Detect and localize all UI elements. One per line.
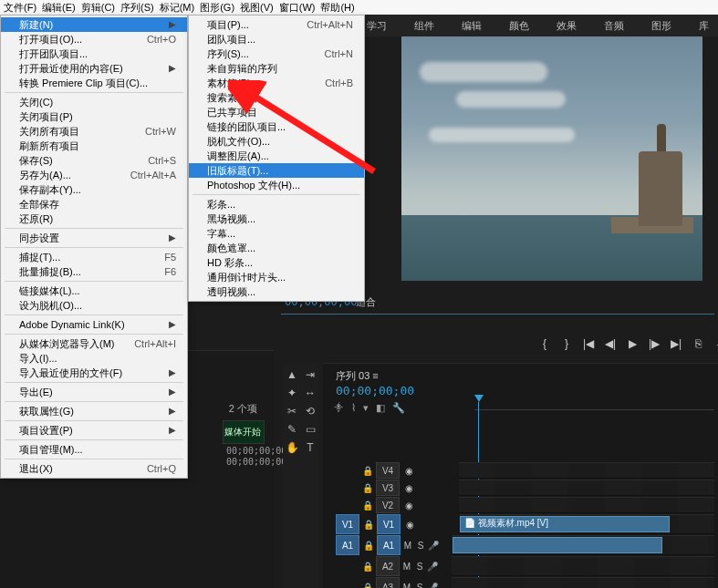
new-menu-item[interactable]: 链接的团队项目... <box>189 119 364 134</box>
new-menu-item[interactable]: 调整图层(A)... <box>189 149 364 163</box>
new-menu-item[interactable]: 来自剪辑的序列 <box>189 61 364 76</box>
track-lane[interactable] <box>459 462 714 479</box>
menu-view[interactable]: 视图(V) <box>240 1 274 14</box>
file-menu-item[interactable]: 获取属性(G)▶ <box>1 404 187 418</box>
file-menu-item[interactable]: 批量捕捉(B)...F6 <box>1 264 187 279</box>
menu-mark[interactable]: 标记(M) <box>160 1 195 14</box>
mute-button[interactable]: M <box>401 577 413 588</box>
file-menu-item[interactable]: 项目设置(P)▶ <box>1 423 187 438</box>
source-patch[interactable]: A1 <box>336 535 359 555</box>
file-menu-item[interactable]: 打开团队项目... <box>1 46 187 61</box>
solo-button[interactable]: S <box>413 556 426 576</box>
file-menu-dropdown[interactable]: 新建(N)▶打开项目(O)...Ctrl+O打开团队项目...打开最近使用的内容… <box>0 15 188 479</box>
file-menu-item[interactable]: 另存为(A)...Ctrl+Alt+A <box>1 168 187 182</box>
lock-icon[interactable]: 🔒 <box>360 514 377 534</box>
new-menu-item[interactable]: 通用倒计时片头... <box>189 270 364 284</box>
file-menu-item[interactable]: 转换 Premiere Clip 项目(C)... <box>1 76 187 90</box>
ws-graphics[interactable]: 图形 <box>651 19 671 33</box>
wrench-icon[interactable]: 🔧 <box>392 402 405 414</box>
new-menu-item[interactable]: 项目(P)...Ctrl+Alt+N <box>189 17 364 32</box>
step-back-icon[interactable]: ◀| <box>604 337 617 353</box>
export-frame-icon[interactable]: ⎘ <box>692 337 704 353</box>
selection-tool-icon[interactable]: ▲ <box>286 368 298 381</box>
file-menu-item[interactable]: 打开项目(O)...Ctrl+O <box>1 32 187 46</box>
mic-icon[interactable]: 🎤 <box>427 535 440 555</box>
file-menu-item[interactable]: 项目管理(M)... <box>1 442 187 457</box>
ws-learn[interactable]: 学习 <box>367 19 387 33</box>
track-target[interactable]: V3 <box>376 480 400 496</box>
file-menu-item[interactable]: 导入(I)... <box>1 351 187 366</box>
file-menu-item[interactable]: 捕捉(T)...F5 <box>1 250 187 264</box>
pen-tool-icon[interactable]: ✎ <box>286 423 298 436</box>
new-menu-item[interactable]: 透明视频... <box>189 284 364 299</box>
file-menu-item[interactable]: 从媒体浏览器导入(M)Ctrl+Alt+I <box>1 336 187 351</box>
eye-icon[interactable]: ◉ <box>401 462 417 479</box>
new-menu-item[interactable]: HD 彩条... <box>189 255 364 270</box>
marker-icon[interactable]: ▾ <box>363 402 369 414</box>
new-menu-item[interactable]: 彩条... <box>189 197 364 211</box>
file-menu-item[interactable]: 导入最近使用的文件(F)▶ <box>1 366 187 380</box>
slip-tool-icon[interactable]: ⟲ <box>304 405 317 418</box>
ws-color[interactable]: 颜色 <box>509 19 529 33</box>
track-select-tool-icon[interactable]: ⇥ <box>304 368 317 381</box>
file-menu-item[interactable]: Adobe Dynamic Link(K)▶ <box>1 317 187 332</box>
new-menu-item[interactable]: 旧版标题(T)... <box>189 163 364 178</box>
go-start-icon[interactable]: |◀ <box>582 337 595 353</box>
menu-clip[interactable]: 剪辑(C) <box>81 1 115 14</box>
menu-edit[interactable]: 编辑(E) <box>42 1 76 14</box>
ws-effects[interactable]: 效果 <box>557 19 577 33</box>
file-menu-item[interactable]: 全部保存 <box>1 197 187 211</box>
settings-icon[interactable]: ◧ <box>376 402 385 414</box>
hand-tool-icon[interactable]: ✋ <box>286 441 298 454</box>
track-target[interactable]: A2 <box>376 556 400 576</box>
playhead[interactable] <box>474 395 484 402</box>
track-lane[interactable] <box>452 556 714 576</box>
track-lane[interactable] <box>459 497 714 513</box>
mic-icon[interactable]: 🎤 <box>426 556 439 576</box>
file-menu-item[interactable]: 还原(R) <box>1 211 187 226</box>
program-ruler[interactable] <box>281 310 714 319</box>
new-menu-item[interactable]: 已共享项目 <box>189 105 364 119</box>
menu-graph[interactable]: 图形(G) <box>200 1 234 14</box>
new-menu-item[interactable]: 序列(S)...Ctrl+N <box>189 46 364 61</box>
ws-library[interactable]: 库 <box>699 19 709 33</box>
file-menu-item[interactable]: 关闭(C) <box>1 95 187 109</box>
clip[interactable] <box>453 537 662 553</box>
track-target[interactable]: A3 <box>376 577 400 588</box>
plus-icon[interactable]: ＋ <box>713 337 718 353</box>
lock-icon[interactable]: 🔒 <box>359 577 376 588</box>
mark-out-icon[interactable]: } <box>560 337 573 353</box>
step-fwd-icon[interactable]: |▶ <box>648 337 661 353</box>
new-menu-item[interactable]: 字幕... <box>189 226 364 241</box>
eye-icon[interactable]: ◉ <box>401 480 417 496</box>
play-icon[interactable]: ▶ <box>626 337 639 353</box>
solo-button[interactable]: S <box>414 535 427 555</box>
new-menu-item[interactable]: 脱机文件(O)... <box>189 134 364 149</box>
lock-icon[interactable]: 🔒 <box>359 480 376 496</box>
track-lane[interactable] <box>452 577 714 588</box>
eye-icon[interactable]: ◉ <box>401 514 418 534</box>
go-end-icon[interactable]: ▶| <box>670 337 682 353</box>
ws-audio[interactable]: 音频 <box>604 19 624 33</box>
menu-help[interactable]: 帮助(H) <box>320 1 354 14</box>
solo-button[interactable]: S <box>413 577 426 588</box>
rolling-tool-icon[interactable]: ↔ <box>304 387 317 399</box>
file-menu-item[interactable]: 退出(X)Ctrl+Q <box>1 461 187 476</box>
link-icon[interactable]: ⌇ <box>351 402 356 414</box>
file-menu-item[interactable]: 导出(E)▶ <box>1 385 187 399</box>
ws-assembly[interactable]: 组件 <box>414 19 434 33</box>
menu-window[interactable]: 窗口(W) <box>279 1 316 14</box>
new-menu-item[interactable]: Photoshop 文件(H)... <box>189 178 364 192</box>
file-menu-item[interactable]: 链接媒体(L)... <box>1 284 187 298</box>
eye-icon[interactable]: ◉ <box>401 497 417 513</box>
mark-in-icon[interactable]: { <box>538 337 551 353</box>
file-menu-item[interactable]: 关闭所有项目Ctrl+W <box>1 124 187 139</box>
mic-icon[interactable]: 🎤 <box>426 577 439 588</box>
ws-edit[interactable]: 编辑 <box>462 19 482 33</box>
timeline-timecode[interactable]: 00;00;00;00 <box>336 384 414 397</box>
file-menu-item[interactable]: 同步设置▶ <box>1 231 187 245</box>
menu-seq[interactable]: 序列(S) <box>120 1 154 14</box>
file-menu-item[interactable]: 打开最近使用的内容(E)▶ <box>1 61 187 76</box>
file-menu-item[interactable]: 保存(S)Ctrl+S <box>1 153 187 168</box>
clip[interactable]: 📄 视频素材.mp4 [V] <box>460 516 670 532</box>
